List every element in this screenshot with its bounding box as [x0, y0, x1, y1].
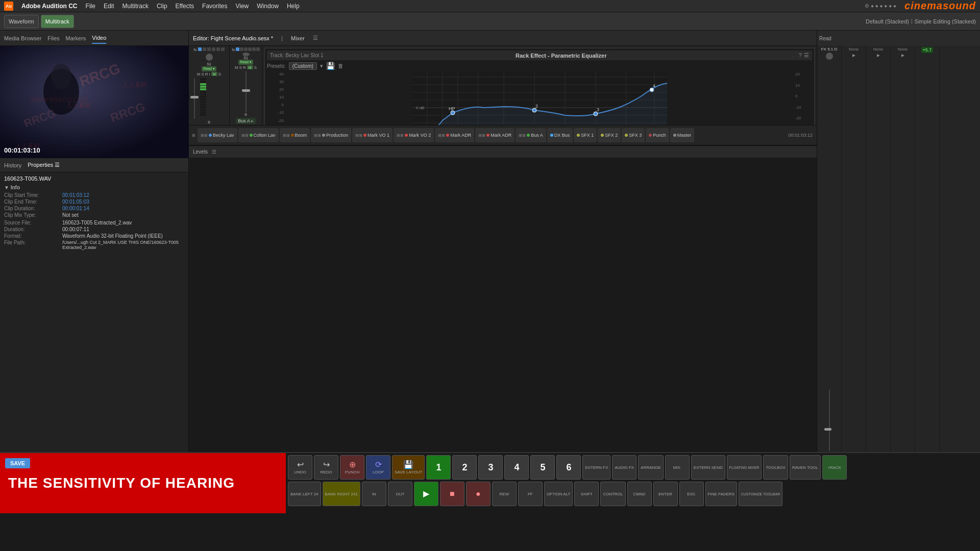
undo-btn[interactable]: ↩ UNDO	[288, 455, 312, 480]
eq-settings-btn[interactable]: ☰	[804, 52, 809, 59]
bus-b-read[interactable]: Read ▾	[238, 60, 253, 65]
enter-btn[interactable]: ENTER	[653, 482, 678, 506]
stop-btn[interactable]: ■	[440, 482, 464, 506]
menu-edit[interactable]: Edit	[104, 3, 114, 10]
rew-btn[interactable]: REW	[492, 482, 517, 506]
bank-left-btn[interactable]: BANK LEFT 24	[288, 482, 321, 506]
control-btn[interactable]: CONTROL	[600, 482, 625, 506]
pan-knob[interactable]	[206, 54, 213, 61]
in-btn[interactable]: IN	[362, 482, 386, 506]
right-pan-knob[interactable]	[826, 53, 833, 60]
track-becky[interactable]: ⊞⊞ Becky Lav	[198, 128, 237, 142]
menu-favorites[interactable]: Favorites	[202, 3, 227, 10]
mix-btn[interactable]: MIX.	[665, 455, 690, 480]
toolbox-btn[interactable]: TOOLBOX	[763, 455, 788, 480]
menu-help[interactable]: Help	[287, 3, 300, 10]
num-btn-2[interactable]: 2	[452, 455, 477, 480]
track-sfx1[interactable]: SFX 1	[574, 128, 597, 142]
waveform-btn[interactable]: Waveform	[4, 15, 39, 28]
tab-files[interactable]: Files	[47, 33, 59, 43]
track-dxbus[interactable]: DX Bus	[547, 128, 573, 142]
bus-b-pan-knob[interactable]	[242, 53, 250, 56]
extern-fx-btn[interactable]: EXTERN FX	[582, 455, 610, 480]
tab-history[interactable]: History	[4, 162, 21, 168]
menu-clip[interactable]: Clip	[157, 3, 167, 10]
bus-b-m-btn[interactable]: M	[247, 65, 253, 69]
num-btn-5[interactable]: 5	[530, 455, 555, 480]
save-button[interactable]: SAVE	[5, 458, 30, 468]
label-source-file: Source File:	[4, 220, 60, 226]
menu-file[interactable]: File	[86, 3, 95, 10]
out-btn[interactable]: OUT	[388, 482, 412, 506]
track-production[interactable]: ⊞⊞ Production	[311, 128, 351, 142]
fader-top	[246, 71, 247, 89]
mixer-tab[interactable]: Mixer	[291, 35, 305, 41]
track-boom[interactable]: ⊞⊞ Boom	[280, 128, 310, 142]
ff-btn[interactable]: FF	[518, 482, 543, 506]
track-dot-dxbus	[550, 134, 553, 137]
read-dropdown[interactable]: Read ▾	[202, 66, 216, 71]
track-sfx2[interactable]: SFX 2	[598, 128, 621, 142]
rec-btn[interactable]: ●	[466, 482, 491, 506]
fader-line-bottom	[194, 98, 195, 119]
track-sfx3[interactable]: SFX 3	[622, 128, 645, 142]
menu-window[interactable]: Window	[257, 3, 279, 10]
esc-btn[interactable]: ESC	[679, 482, 704, 506]
bank-right-btn[interactable]: BANK RIGHT 241	[323, 482, 360, 506]
track-punch[interactable]: Punch	[646, 128, 669, 142]
editor-tab-title[interactable]: Editor: Fight Scene Audio.sesx *	[193, 35, 273, 41]
workspace-label[interactable]: Default (Stacked)	[866, 18, 909, 24]
right-fader-track[interactable]	[827, 390, 831, 451]
workspace2-label[interactable]: Simple Editing (Stacked)	[915, 18, 976, 24]
track-markadr2[interactable]: ⊞⊞ Mark ADR	[475, 128, 514, 142]
option-alt-btn[interactable]: OPTION ALT	[544, 482, 573, 506]
loop-btn[interactable]: ⟳ LOOP	[366, 455, 390, 480]
track-markvo2[interactable]: ⊞⊞ Mark VO 2	[394, 128, 434, 142]
shift-btn[interactable]: SHIFT	[574, 482, 599, 506]
label-format: Format:	[4, 233, 60, 239]
multitrack-btn[interactable]: Multitrack	[41, 15, 74, 28]
extern-send-btn[interactable]: EXTERN SEND	[691, 455, 725, 480]
redo-btn[interactable]: ↪ REDO	[314, 455, 338, 480]
bus-b-fader[interactable]	[241, 71, 251, 112]
track-busa[interactable]: ⊞⊞ Bus A	[516, 128, 546, 142]
right-panel-read[interactable]: Read	[819, 36, 831, 41]
num-btn-3[interactable]: 3	[478, 455, 503, 480]
track-name-busa: Bus A	[531, 133, 543, 138]
audio-fx-btn[interactable]: AUDIO FX	[612, 455, 636, 480]
eq-help-btn[interactable]: ?	[799, 52, 802, 59]
left-fader[interactable]	[190, 78, 199, 119]
floating-mixer-btn[interactable]: FLOATING MIXER	[727, 455, 762, 480]
cmnd-btn[interactable]: CMND	[627, 482, 652, 506]
tab-media-browser[interactable]: Media Browser	[4, 33, 41, 43]
menu-effects[interactable]: Effects	[176, 3, 194, 10]
track-colton[interactable]: ⊞⊞ Colton Lav	[238, 128, 279, 142]
track-master[interactable]: Master	[670, 128, 695, 142]
presets-arrow[interactable]: ▾	[320, 63, 323, 69]
tab-properties[interactable]: Properties ☰	[28, 162, 60, 168]
rack-btn[interactable]: +RACK	[822, 455, 847, 480]
customize-toolbar-btn[interactable]: CUSTOMIZE TOOLBAR	[739, 482, 782, 506]
num-btn-6[interactable]: 6	[556, 455, 581, 480]
arrange-btn[interactable]: ARRANGE	[638, 455, 664, 480]
menu-multitrack[interactable]: Multitrack	[122, 3, 149, 10]
m-btn[interactable]: M	[211, 72, 217, 76]
play-btn[interactable]: ▶	[414, 482, 438, 506]
num-btn-4[interactable]: 4	[504, 455, 529, 480]
tab-markers[interactable]: Markers	[66, 33, 86, 43]
track-list: ⊞ ⊞⊞ Becky Lav ⊞⊞ Colton Lav ⊞⊞ Boom ⊞⊞ …	[189, 125, 817, 145]
punch-btn[interactable]: ⊕ PUNCH	[340, 455, 364, 480]
save-layout-btn[interactable]: 💾 SAVE LAYOUT	[392, 455, 425, 480]
menu-view[interactable]: View	[235, 3, 249, 10]
track-markadr1[interactable]: ⊞⊞ Mark ADR	[435, 128, 474, 142]
presets-value[interactable]: (Custom)	[289, 62, 317, 70]
save-preset-btn[interactable]: 💾	[326, 62, 335, 70]
num-btn-1[interactable]: 1	[426, 455, 451, 480]
eq-svg-container[interactable]: HP 2 3 4 0 dB	[285, 72, 794, 125]
raven-tool-btn[interactable]: RAVEN TOOL	[790, 455, 821, 480]
bus-a-label-2[interactable]: Bus A▸	[236, 118, 256, 124]
delete-preset-btn[interactable]: 🗑	[338, 63, 344, 69]
track-markvo1[interactable]: ⊞⊞ Mark VO 1	[352, 128, 393, 142]
fine-faders-btn[interactable]: FINE FADERS	[705, 482, 737, 506]
tab-video[interactable]: Video	[92, 33, 106, 44]
